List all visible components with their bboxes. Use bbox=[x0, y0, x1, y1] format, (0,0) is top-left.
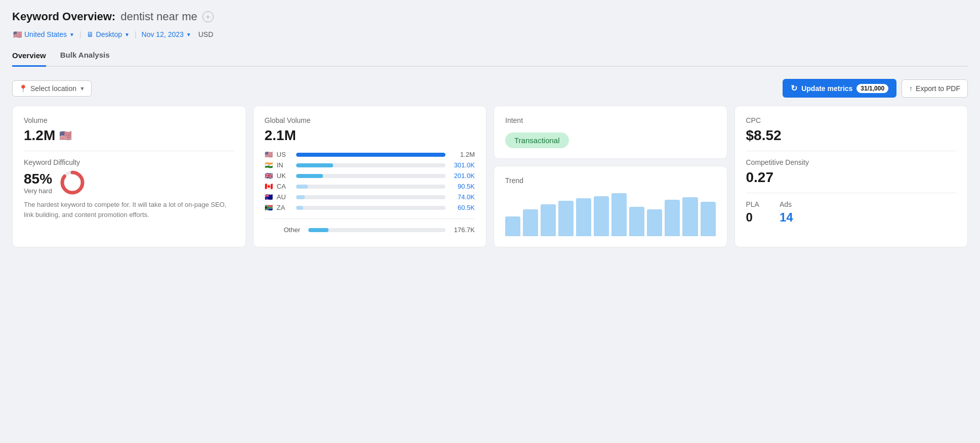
kd-value: 85% bbox=[24, 171, 52, 187]
page-header: Keyword Overview: dentist near me + 🇺🇸 U… bbox=[12, 10, 968, 79]
country-row-uk: 🇬🇧 UK 201.0K bbox=[265, 172, 475, 180]
bar-fill bbox=[296, 206, 304, 210]
tab-bulk-analysis[interactable]: Bulk Analysis bbox=[60, 47, 110, 66]
chevron-down-icon: ▼ bbox=[79, 85, 85, 92]
chevron-down-icon: ▼ bbox=[69, 32, 74, 37]
toolbar-right: ↻ Update metrics 31/1,000 ↑ Export to PD… bbox=[783, 79, 968, 98]
intent-badge: Transactional bbox=[505, 132, 569, 148]
toolbar: 📍 Select location ▼ ↻ Update metrics 31/… bbox=[12, 79, 968, 98]
export-pdf-button[interactable]: ↑ Export to PDF bbox=[902, 79, 968, 98]
kd-sublabel: Very hard bbox=[24, 187, 52, 195]
date-filter-label: Nov 12, 2023 bbox=[142, 30, 184, 38]
trend-bar bbox=[701, 202, 716, 236]
tab-overview[interactable]: Overview bbox=[12, 47, 46, 67]
card-divider bbox=[265, 218, 475, 219]
trend-bar bbox=[505, 216, 520, 236]
select-location-button[interactable]: 📍 Select location ▼ bbox=[12, 80, 92, 97]
update-metrics-badge: 31/1,000 bbox=[856, 84, 888, 93]
kd-label: Keyword Difficulty bbox=[24, 158, 234, 166]
pla-value: 0 bbox=[746, 210, 759, 225]
global-volume-label: Global Volume bbox=[265, 116, 475, 124]
za-flag: 🇿🇦 bbox=[265, 204, 273, 211]
trend-bar bbox=[647, 209, 662, 236]
ads-item: Ads 14 bbox=[780, 200, 793, 225]
trend-bar bbox=[576, 198, 591, 236]
location-filter-label: United States bbox=[24, 30, 67, 38]
cards-grid: Volume 1.2M 🇺🇸 Keyword Difficulty 85% Ve… bbox=[12, 106, 968, 247]
separator: | bbox=[79, 30, 81, 38]
export-label: Export to PDF bbox=[916, 84, 960, 93]
us-flag: 🇺🇸 bbox=[265, 151, 273, 158]
bar-fill bbox=[296, 185, 308, 189]
ca-flag: 🇨🇦 bbox=[265, 183, 273, 190]
in-flag: 🇮🇳 bbox=[265, 161, 273, 169]
country-vol: 201.0K bbox=[450, 172, 475, 180]
country-vol: 90.5K bbox=[450, 183, 475, 190]
metrics-card: CPC $8.52 Competitive Density 0.27 PLA 0… bbox=[734, 106, 968, 247]
intent-label: Intent bbox=[505, 116, 716, 124]
country-code: AU bbox=[277, 193, 292, 201]
device-filter-label: Desktop bbox=[96, 30, 122, 38]
comp-density-value: 0.27 bbox=[746, 169, 957, 186]
bar-track bbox=[308, 228, 446, 232]
bar-fill bbox=[296, 195, 305, 199]
bar-track bbox=[296, 174, 446, 178]
country-row-au: 🇦🇺 AU 74.0K bbox=[265, 193, 475, 201]
intent-trend-column: Intent Transactional Trend bbox=[494, 106, 727, 247]
cpc-label: CPC bbox=[746, 116, 957, 124]
trend-bar bbox=[541, 204, 556, 236]
bar-fill bbox=[296, 153, 446, 157]
desktop-icon: 🖥 bbox=[87, 30, 94, 38]
date-filter-button[interactable]: Nov 12, 2023 ▼ bbox=[141, 30, 192, 38]
pla-ads-row: PLA 0 Ads 14 bbox=[746, 200, 957, 225]
country-row-in: 🇮🇳 IN 301.0K bbox=[265, 161, 475, 169]
trend-bars bbox=[505, 191, 716, 236]
kd-description: The hardest keyword to compete for. It w… bbox=[24, 200, 234, 219]
separator: | bbox=[135, 30, 137, 38]
volume-value-row: 1.2M 🇺🇸 bbox=[24, 127, 234, 144]
cpc-value: $8.52 bbox=[746, 127, 957, 144]
kd-row: 85% Very hard bbox=[24, 169, 234, 196]
trend-label: Trend bbox=[505, 176, 716, 185]
card-divider bbox=[746, 193, 957, 193]
country-vol: 301.0K bbox=[450, 161, 475, 169]
refresh-icon: ↻ bbox=[791, 83, 797, 93]
update-metrics-button[interactable]: ↻ Update metrics 31/1,000 bbox=[783, 79, 896, 98]
tabs-row: Overview Bulk Analysis bbox=[12, 47, 968, 67]
update-metrics-label: Update metrics bbox=[801, 84, 852, 93]
ads-label: Ads bbox=[780, 200, 793, 208]
bar-track bbox=[296, 185, 446, 189]
us-flag-icon: 🇺🇸 bbox=[59, 129, 72, 142]
country-row-us: 🇺🇸 US 1.2M bbox=[265, 151, 475, 158]
card-divider bbox=[24, 151, 234, 151]
country-code: UK bbox=[277, 172, 292, 180]
global-volume-card: Global Volume 2.1M 🇺🇸 US 1.2M 🇮🇳 IN 301.… bbox=[253, 106, 487, 247]
bar-track bbox=[296, 195, 446, 199]
page-title-keyword: dentist near me bbox=[120, 10, 197, 23]
bar-track bbox=[296, 163, 446, 167]
add-keyword-button[interactable]: + bbox=[202, 11, 214, 22]
bar-track bbox=[296, 153, 446, 157]
device-filter-button[interactable]: 🖥 Desktop ▼ bbox=[86, 30, 131, 38]
page-container: Keyword Overview: dentist near me + 🇺🇸 U… bbox=[12, 10, 968, 247]
country-code: IN bbox=[277, 161, 292, 169]
intent-card: Intent Transactional bbox=[494, 106, 727, 159]
location-filter-button[interactable]: 🇺🇸 United States ▼ bbox=[12, 30, 75, 38]
country-row-ca: 🇨🇦 CA 90.5K bbox=[265, 183, 475, 190]
pla-label: PLA bbox=[746, 200, 759, 208]
page-title-bold: Keyword Overview: bbox=[12, 10, 115, 23]
location-pin-icon: 📍 bbox=[19, 84, 27, 93]
bar-fill bbox=[296, 163, 334, 167]
country-vol: 60.5K bbox=[450, 204, 475, 211]
title-row: Keyword Overview: dentist near me + bbox=[12, 10, 968, 23]
trend-bar bbox=[665, 200, 680, 236]
country-row-other: Other 176.7K bbox=[265, 226, 475, 234]
ads-value: 14 bbox=[780, 210, 793, 225]
country-code: ZA bbox=[277, 204, 292, 211]
us-flag-icon: 🇺🇸 bbox=[13, 30, 22, 38]
bar-fill bbox=[308, 228, 329, 232]
other-vol: 176.7K bbox=[450, 226, 475, 234]
au-flag: 🇦🇺 bbox=[265, 193, 273, 201]
bar-fill bbox=[296, 174, 323, 178]
svg-point-1 bbox=[62, 172, 83, 193]
